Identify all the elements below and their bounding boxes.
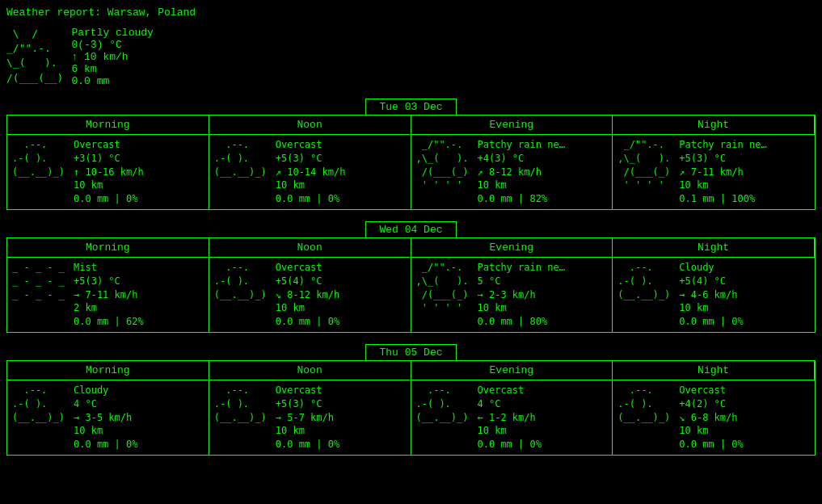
- period-header-2-1: Noon: [209, 361, 411, 380]
- page-header: Weather report: Warsaw, Poland: [6, 6, 816, 19]
- period-header-1-3: Night: [613, 238, 815, 258]
- weather-art-1-1: .--. .-( ). (__.__)_): [214, 261, 271, 329]
- day-grid-2: MorningNoonEveningNight .--. .-( ). (__.…: [6, 360, 816, 456]
- weather-art-1-0: _ - _ - _ _ - _ - _ _ - _ - _: [12, 261, 69, 329]
- period-cell-0-2: _/"".-. ,\_( ). /(___(_) ' ' ' 'Patchy r…: [411, 135, 613, 209]
- days-container: Tue 03 DecMorningNoonEveningNight .--. .…: [6, 99, 816, 456]
- period-cell-2-1: .--. .-( ). (__.__)_)Overcast +5(3) °C →…: [209, 380, 411, 455]
- period-header-0-2: Evening: [411, 116, 613, 135]
- weather-info-1-2: Patchy rain ne… 5 °C → 2-3 km/h 10 km 0.…: [478, 261, 565, 329]
- weather-art-2-2: .--. .-( ). (__.__)_): [416, 384, 473, 452]
- day-section-1: Wed 04 DecMorningNoonEveningNight_ - _ -…: [6, 221, 816, 333]
- day-grid-0: MorningNoonEveningNight .--. .-( ). (__.…: [6, 115, 816, 210]
- day-section-2: Thu 05 DecMorningNoonEveningNight .--. .…: [6, 344, 816, 456]
- period-cell-0-3: _/"".-. ,\_( ). /(___(_) ' ' ' 'Patchy r…: [613, 135, 815, 209]
- current-condition: Partly cloudy: [71, 27, 153, 39]
- weather-info-0-3: Patchy rain ne… +5(3) °C ↗ 7-11 km/h 10 …: [679, 138, 766, 206]
- weather-info-1-1: Overcast +5(4) °C ↘ 8-12 km/h 10 km 0.0 …: [276, 261, 339, 329]
- period-cell-2-0: .--. .-( ). (__.__)_)Cloudy 4 °C → 3-5 k…: [7, 380, 209, 455]
- day-grid-1: MorningNoonEveningNight_ - _ - _ _ - _ -…: [6, 237, 816, 333]
- period-header-1-1: Noon: [209, 238, 411, 258]
- weather-art-0-0: .--. .-( ). (__.__)_): [12, 138, 69, 206]
- weather-art-1-3: .--. .-( ). (__.__)_): [618, 261, 674, 329]
- weather-art-0-3: _/"".-. ,\_( ). /(___(_) ' ' ' ': [618, 138, 674, 206]
- day-title-0: Tue 03 Dec: [365, 99, 456, 116]
- weather-art-2-0: .--. .-( ). (__.__)_): [12, 384, 69, 452]
- period-header-2-0: Morning: [7, 361, 209, 380]
- period-header-0-3: Night: [613, 116, 815, 135]
- weather-art-0-2: _/"".-. ,\_( ). /(___(_) ' ' ' ': [416, 138, 473, 206]
- day-title-1: Wed 04 Dec: [365, 221, 456, 238]
- period-header-0-0: Morning: [7, 116, 209, 135]
- weather-art-0-1: .--. .-( ). (__.__)_): [214, 138, 271, 206]
- period-cell-2-3: .--. .-( ). (__.__)_)Overcast +4(2) °C ↘…: [613, 380, 815, 455]
- period-cell-0-0: .--. .-( ). (__.__)_)Overcast +3(1) °C ↑…: [7, 135, 209, 209]
- weather-info-2-0: Cloudy 4 °C → 3-5 km/h 10 km 0.0 mm | 0%: [74, 384, 137, 452]
- day-section-0: Tue 03 DecMorningNoonEveningNight .--. .…: [6, 99, 816, 210]
- period-header-2-3: Night: [613, 361, 815, 380]
- weather-art-2-1: .--. .-( ). (__.__)_): [214, 384, 271, 452]
- current-weather-art: \ / _/"".-. \_( ). /(___(__): [6, 27, 63, 87]
- weather-info-2-3: Overcast +4(2) °C ↘ 6-8 km/h 10 km 0.0 m…: [679, 384, 743, 452]
- page-title: Weather report: Warsaw, Poland: [6, 6, 196, 19]
- period-header-1-0: Morning: [7, 238, 209, 258]
- period-header-1-2: Evening: [411, 238, 613, 258]
- weather-art-2-3: .--. .-( ). (__.__)_): [618, 384, 674, 452]
- weather-info-0-1: Overcast +5(3) °C ↗ 10-14 km/h 10 km 0.0…: [276, 138, 346, 206]
- weather-info-2-1: Overcast +5(3) °C → 5-7 km/h 10 km 0.0 m…: [276, 384, 339, 452]
- current-wind: ↑ 10 km/h: [71, 51, 153, 63]
- weather-art-1-2: _/"".-. ,\_( ). /(___(_) ' ' ' ': [416, 261, 473, 329]
- period-cell-1-2: _/"".-. ,\_( ). /(___(_) ' ' ' 'Patchy r…: [411, 258, 613, 332]
- period-header-0-1: Noon: [209, 116, 411, 135]
- period-cell-0-1: .--. .-( ). (__.__)_)Overcast +5(3) °C ↗…: [209, 135, 411, 209]
- weather-info-0-2: Patchy rain ne… +4(3) °C ↗ 8-12 km/h 10 …: [478, 138, 565, 206]
- weather-info-2-2: Overcast 4 °C ← 1-2 km/h 10 km 0.0 mm | …: [478, 384, 542, 452]
- current-temp: 0(-3) °C: [71, 39, 153, 51]
- period-header-2-2: Evening: [411, 361, 613, 380]
- day-title-2: Thu 05 Dec: [365, 344, 456, 361]
- current-visibility: 6 km: [71, 63, 153, 75]
- period-cell-1-3: .--. .-( ). (__.__)_)Cloudy +5(4) °C → 4…: [613, 258, 815, 332]
- period-cell-2-2: .--. .-( ). (__.__)_)Overcast 4 °C ← 1-2…: [411, 380, 613, 455]
- weather-info-1-0: Mist +5(3) °C → 7-11 km/h 2 km 0.0 mm | …: [74, 261, 144, 329]
- period-cell-1-1: .--. .-( ). (__.__)_)Overcast +5(4) °C ↘…: [209, 258, 411, 332]
- current-weather: \ / _/"".-. \_( ). /(___(__) Partly clou…: [6, 27, 816, 87]
- period-cell-1-0: _ - _ - _ _ - _ - _ _ - _ - _Mist +5(3) …: [7, 258, 209, 332]
- weather-info-1-3: Cloudy +5(4) °C → 4-6 km/h 10 km 0.0 mm …: [679, 261, 743, 329]
- weather-info-0-0: Overcast +3(1) °C ↑ 10-16 km/h 10 km 0.0…: [74, 138, 144, 206]
- current-precip: 0.0 mm: [71, 75, 153, 87]
- current-weather-info: Partly cloudy 0(-3) °C ↑ 10 km/h 6 km 0.…: [71, 27, 153, 87]
